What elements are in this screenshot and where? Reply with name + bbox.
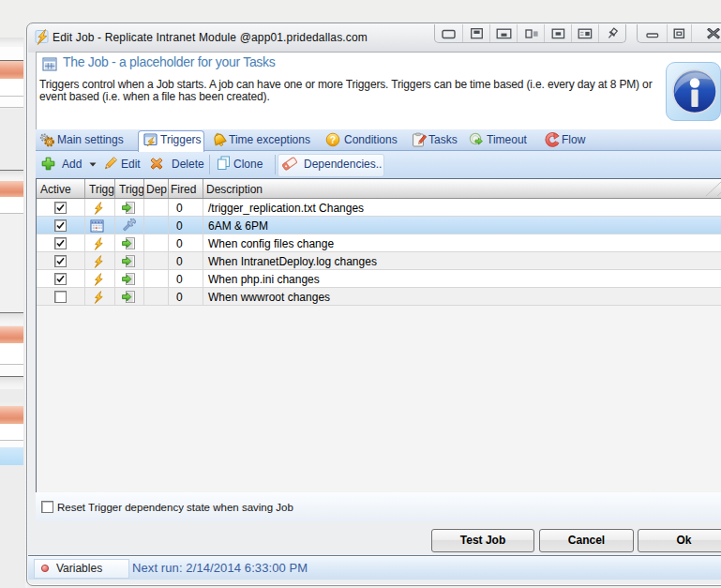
svg-text:?: ? bbox=[330, 134, 336, 145]
